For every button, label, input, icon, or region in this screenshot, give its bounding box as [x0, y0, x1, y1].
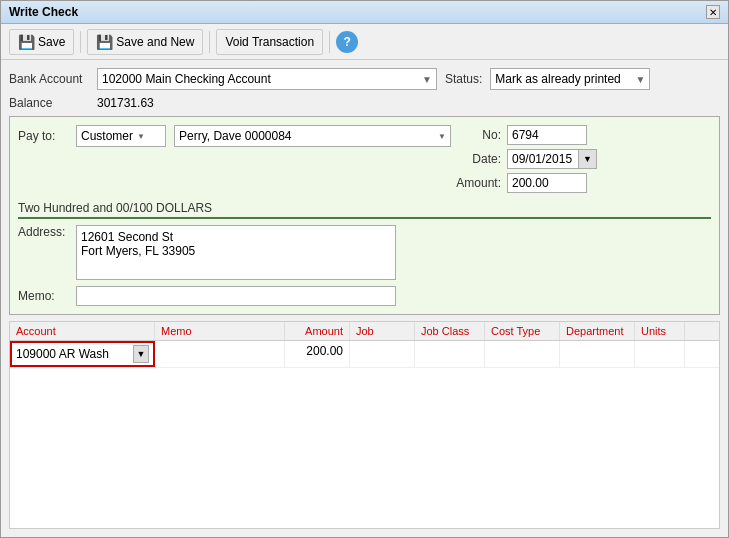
memo-input[interactable] [76, 286, 396, 306]
table-header-cell-account: Account [10, 322, 155, 340]
table-section: AccountMemoAmountJobJob ClassCost TypeDe… [9, 321, 720, 529]
toolbar-separator-1 [80, 31, 81, 53]
title-bar: Write Check ✕ [1, 1, 728, 24]
address-line1: 12601 Second St [81, 230, 391, 244]
address-label: Address: [18, 225, 68, 280]
toolbar-separator-3 [329, 31, 330, 53]
toolbar: 💾 Save 💾 Save and New Void Transaction ? [1, 24, 728, 60]
address-box[interactable]: 12601 Second St Fort Myers, FL 33905 [76, 225, 396, 280]
account-cell[interactable]: 109000 AR Wash ▼ [10, 341, 155, 367]
jobclass-cell[interactable] [415, 341, 485, 367]
payto-type-arrow: ▼ [137, 132, 145, 141]
date-picker-button[interactable]: ▼ [578, 150, 596, 168]
table-header-cell-job: Job [350, 322, 415, 340]
no-label: No: [451, 128, 501, 142]
balance-value: 301731.63 [97, 96, 154, 110]
department-cell[interactable] [560, 341, 635, 367]
address-row: Address: 12601 Second St Fort Myers, FL … [18, 225, 711, 280]
table-header-cell-department: Department [560, 322, 635, 340]
help-button[interactable]: ? [336, 31, 358, 53]
payto-type-value: Customer [81, 129, 133, 143]
form-content: Bank Account 102000 Main Checking Accoun… [1, 60, 728, 537]
amount-label: Amount: [451, 176, 501, 190]
account-value: 109000 AR Wash [16, 347, 133, 361]
date-input[interactable] [508, 151, 578, 167]
memo-row: Memo: [18, 286, 711, 306]
bank-account-row: Bank Account 102000 Main Checking Accoun… [9, 68, 720, 90]
bank-account-value: 102000 Main Checking Account [102, 72, 271, 86]
table-header: AccountMemoAmountJobJob ClassCost TypeDe… [10, 322, 719, 341]
date-row: Date: ▼ [451, 149, 711, 169]
save-label: Save [38, 35, 65, 49]
job-cell[interactable] [350, 341, 415, 367]
amount-row: Amount: 200.00 [451, 173, 711, 193]
balance-row: Balance 301731.63 [9, 96, 720, 110]
toolbar-separator-2 [209, 31, 210, 53]
table-header-cell-memo: Memo [155, 322, 285, 340]
status-value: Mark as already printed [495, 72, 620, 86]
table-row: 109000 AR Wash ▼ 200.00 [10, 341, 719, 368]
bank-account-dropdown[interactable]: 102000 Main Checking Account ▼ [97, 68, 437, 90]
date-field[interactable]: ▼ [507, 149, 597, 169]
amount-cell[interactable]: 200.00 [285, 341, 350, 367]
amount-field[interactable]: 200.00 [507, 173, 587, 193]
payee-dropdown-arrow: ▼ [438, 132, 446, 141]
memo-label: Memo: [18, 289, 68, 303]
save-new-label: Save and New [116, 35, 194, 49]
date-label: Date: [451, 152, 501, 166]
check-area: Pay to: Customer ▼ Perry, Dave 0000084 ▼ [9, 116, 720, 315]
close-button[interactable]: ✕ [706, 5, 720, 19]
check-fields-right: No: 6794 Date: ▼ Amount: [451, 125, 711, 193]
address-line2: Fort Myers, FL 33905 [81, 244, 391, 258]
amount-value: 200.00 [512, 176, 549, 190]
bank-account-dropdown-arrow: ▼ [422, 74, 432, 85]
write-check-window: Write Check ✕ 💾 Save 💾 Save and New Void… [0, 0, 729, 538]
no-value: 6794 [512, 128, 539, 142]
written-amount: Two Hundred and 00/100 DOLLARS [18, 199, 711, 219]
table-body: 109000 AR Wash ▼ 200.00 [10, 341, 719, 368]
no-row: No: 6794 [451, 125, 711, 145]
save-icon: 💾 [18, 34, 35, 50]
check-left: Pay to: Customer ▼ Perry, Dave 0000084 ▼ [18, 125, 451, 147]
memo-cell[interactable] [155, 341, 285, 367]
table-header-cell-amount: Amount [285, 322, 350, 340]
balance-label: Balance [9, 96, 89, 110]
void-label: Void Transaction [225, 35, 314, 49]
save-button[interactable]: 💾 Save [9, 29, 74, 55]
payto-type-dropdown[interactable]: Customer ▼ [76, 125, 166, 147]
table-header-cell-cost-type: Cost Type [485, 322, 560, 340]
table-header-cell-job-class: Job Class [415, 322, 485, 340]
payee-dropdown[interactable]: Perry, Dave 0000084 ▼ [174, 125, 451, 147]
payto-row: Pay to: Customer ▼ Perry, Dave 0000084 ▼ [18, 125, 451, 147]
status-dropdown[interactable]: Mark as already printed ▼ [490, 68, 650, 90]
no-field[interactable]: 6794 [507, 125, 587, 145]
void-button[interactable]: Void Transaction [216, 29, 323, 55]
status-label: Status: [445, 72, 482, 86]
payee-name-value: Perry, Dave 0000084 [179, 129, 292, 143]
payto-label: Pay to: [18, 129, 68, 143]
window-title: Write Check [9, 5, 78, 19]
check-top-row: Pay to: Customer ▼ Perry, Dave 0000084 ▼ [18, 125, 711, 193]
save-new-icon: 💾 [96, 34, 113, 50]
units-cell[interactable] [635, 341, 685, 367]
account-dropdown-button[interactable]: ▼ [133, 345, 149, 363]
status-dropdown-arrow: ▼ [635, 74, 645, 85]
bank-account-label: Bank Account [9, 72, 89, 86]
table-header-cell-units: Units [635, 322, 685, 340]
costtype-cell[interactable] [485, 341, 560, 367]
save-new-button[interactable]: 💾 Save and New [87, 29, 203, 55]
